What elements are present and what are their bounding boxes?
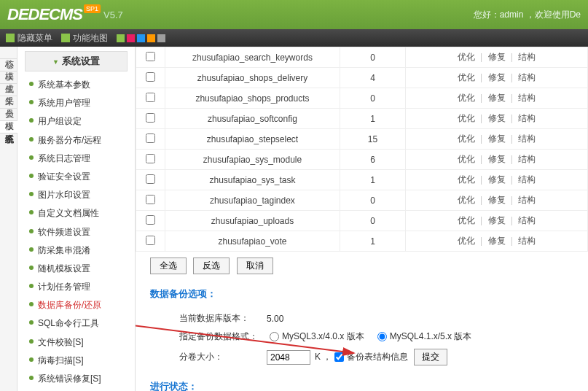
- row-count: 4: [340, 68, 406, 88]
- repair-link[interactable]: 修复: [488, 133, 506, 144]
- repair-link[interactable]: 修复: [488, 93, 506, 103]
- backup-structure-checkbox[interactable]: [334, 352, 344, 362]
- vtab-5[interactable]: 模板: [0, 109, 18, 121]
- row-checkbox[interactable]: [146, 72, 155, 82]
- hide-menu-btn[interactable]: 隐藏菜单: [6, 32, 52, 44]
- row-checkbox[interactable]: [146, 236, 155, 245]
- repair-link[interactable]: 修复: [488, 72, 506, 82]
- repair-link[interactable]: 修复: [488, 195, 506, 205]
- menu-item[interactable]: 防采集串混淆: [25, 241, 128, 260]
- format-radio-v4[interactable]: [270, 332, 279, 341]
- structure-link[interactable]: 结构: [518, 174, 536, 185]
- color-pink[interactable]: [127, 34, 135, 42]
- menu-item[interactable]: 随机模板设置: [25, 260, 128, 278]
- table-row: zhusufapiao_search_keywords0优化 | 修复 | 结构: [136, 47, 588, 68]
- structure-link[interactable]: 结构: [518, 72, 536, 82]
- menu-item[interactable]: 软件频道设置: [25, 223, 128, 241]
- structure-link[interactable]: 结构: [518, 195, 536, 205]
- optimize-link[interactable]: 优化: [458, 174, 475, 185]
- row-checkbox[interactable]: [146, 215, 155, 225]
- row-checkbox[interactable]: [146, 174, 155, 184]
- structure-link[interactable]: 结构: [518, 236, 536, 246]
- section-system-settings[interactable]: 系统设置: [25, 51, 128, 71]
- vtab-1[interactable]: 模块: [0, 59, 18, 71]
- menu-item[interactable]: 图片水印设置: [25, 186, 128, 204]
- format-radio-v5[interactable]: [377, 332, 387, 341]
- row-count: 6: [340, 150, 406, 170]
- menu-item[interactable]: 系统错误修复[S]: [25, 370, 128, 388]
- row-checkbox[interactable]: [146, 133, 155, 143]
- optimize-link[interactable]: 优化: [458, 52, 475, 62]
- vtab-0[interactable]: 核心: [0, 47, 18, 59]
- structure-link[interactable]: 结构: [518, 52, 536, 62]
- table-name: zhusufapiao_shops_delivery: [165, 68, 340, 88]
- menu-item[interactable]: 系统基本参数: [25, 76, 128, 94]
- vtab-6[interactable]: 系统: [0, 121, 20, 133]
- struct-label: 备份表结构信息: [347, 351, 408, 363]
- optimize-link[interactable]: 优化: [458, 154, 475, 164]
- menu-item[interactable]: 系统日志管理: [25, 150, 128, 168]
- structure-link[interactable]: 结构: [518, 215, 536, 225]
- split-size-input[interactable]: [267, 350, 310, 365]
- menu-item[interactable]: SQL命令行工具: [25, 314, 128, 333]
- vtab-2[interactable]: 生成: [0, 71, 18, 84]
- optimize-link[interactable]: 优化: [458, 133, 475, 144]
- structure-link[interactable]: 结构: [518, 133, 536, 144]
- color-orange[interactable]: [147, 34, 155, 42]
- submit-button[interactable]: 提交: [414, 349, 447, 365]
- select-all-button[interactable]: 全选: [150, 258, 187, 274]
- row-checkbox[interactable]: [146, 52, 155, 61]
- cancel-button[interactable]: 取消: [237, 258, 273, 274]
- split-label: 分卷大小：: [179, 351, 267, 363]
- db-version-value: 5.00: [267, 314, 283, 324]
- menu-icon: [6, 34, 15, 42]
- version-label: V5.7: [103, 9, 123, 20]
- optimize-link[interactable]: 优化: [458, 72, 475, 82]
- table-row: zhusufapiao_tagindex0优化 | 修复 | 结构: [136, 190, 588, 211]
- menu-item[interactable]: 系统用户管理: [25, 94, 128, 112]
- optimize-link[interactable]: 优化: [458, 215, 475, 225]
- optimize-link[interactable]: 优化: [458, 236, 475, 246]
- menu-item[interactable]: 病毒扫描[S]: [25, 352, 128, 370]
- repair-link[interactable]: 修复: [488, 113, 506, 123]
- optimize-link[interactable]: 优化: [458, 195, 475, 205]
- menu-item[interactable]: 用户组设定: [25, 112, 128, 131]
- optimize-link[interactable]: 优化: [458, 113, 475, 123]
- format-label: 指定备份数据格式：: [179, 330, 267, 343]
- table-row: zhusufapiao_uploads0优化 | 修复 | 结构: [136, 211, 588, 231]
- row-checkbox[interactable]: [146, 113, 155, 123]
- optimize-link[interactable]: 优化: [458, 93, 475, 103]
- menu-item[interactable]: 文件校验[S]: [25, 333, 128, 352]
- table-row: zhusufapiao_softconfig1优化 | 修复 | 结构: [136, 109, 588, 129]
- structure-link[interactable]: 结构: [518, 113, 536, 123]
- color-blue[interactable]: [137, 34, 145, 42]
- color-grey[interactable]: [157, 34, 165, 42]
- menu-item[interactable]: 数据库备份/还原: [25, 296, 128, 314]
- row-checkbox[interactable]: [146, 154, 155, 163]
- repair-link[interactable]: 修复: [488, 215, 506, 225]
- vtab-4[interactable]: 会员: [0, 96, 18, 109]
- repair-link[interactable]: 修复: [488, 52, 506, 62]
- row-checkbox[interactable]: [146, 93, 155, 102]
- table-row: zhusufapiao_vote1优化 | 修复 | 结构: [136, 231, 588, 252]
- row-count: 1: [340, 170, 406, 190]
- repair-link[interactable]: 修复: [488, 174, 506, 185]
- func-map-btn[interactable]: 功能地图: [61, 32, 108, 44]
- menu-item[interactable]: 计划任务管理: [25, 278, 128, 296]
- invert-button[interactable]: 反选: [193, 258, 230, 274]
- vtab-3[interactable]: 采集: [0, 84, 18, 96]
- structure-link[interactable]: 结构: [518, 154, 536, 164]
- toolbar: 隐藏菜单 功能地图: [0, 29, 588, 47]
- color-green[interactable]: [117, 34, 125, 42]
- repair-link[interactable]: 修复: [488, 154, 506, 164]
- menu-item[interactable]: 自定义文档属性: [25, 204, 128, 222]
- row-checkbox[interactable]: [146, 195, 155, 204]
- structure-link[interactable]: 结构: [518, 93, 536, 103]
- sp-badge: SP1: [84, 4, 101, 13]
- theme-colors: [117, 34, 165, 42]
- menu-item[interactable]: 验证安全设置: [25, 168, 128, 186]
- repair-link[interactable]: 修复: [488, 236, 506, 246]
- db-version-label: 当前数据库版本：: [179, 312, 267, 325]
- table-name: zhusufapiao_uploads: [165, 211, 340, 231]
- menu-item[interactable]: 服务器分布/远程: [25, 131, 128, 150]
